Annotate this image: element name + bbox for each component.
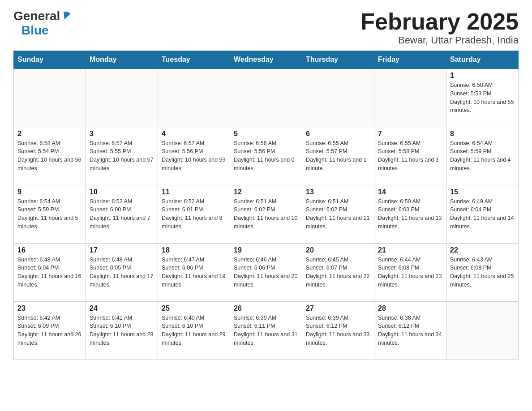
calendar-week-row: 23Sunrise: 6:42 AM Sunset: 6:09 PM Dayli… [14, 301, 519, 360]
day-of-week-header: Monday [86, 51, 158, 69]
day-sun-info: Sunrise: 6:54 AM Sunset: 5:59 PM Dayligh… [450, 139, 515, 173]
title-block: February 2025 Bewar, Uttar Pradesh, Indi… [360, 9, 519, 46]
day-sun-info: Sunrise: 6:39 AM Sunset: 6:11 PM Dayligh… [234, 314, 298, 347]
calendar-header-row: SundayMondayTuesdayWednesdayThursdayFrid… [14, 51, 519, 69]
calendar-day-cell [158, 68, 230, 127]
calendar-day-cell: 19Sunrise: 6:46 AM Sunset: 6:06 PM Dayli… [230, 243, 302, 301]
calendar-week-row: 9Sunrise: 6:54 AM Sunset: 5:59 PM Daylig… [14, 185, 519, 243]
day-of-week-header: Friday [374, 51, 446, 69]
calendar-day-cell: 23Sunrise: 6:42 AM Sunset: 6:09 PM Dayli… [14, 301, 86, 360]
calendar-day-cell: 17Sunrise: 6:48 AM Sunset: 6:05 PM Dayli… [86, 243, 158, 301]
calendar-week-row: 2Sunrise: 6:58 AM Sunset: 5:54 PM Daylig… [14, 127, 519, 185]
day-sun-info: Sunrise: 6:53 AM Sunset: 6:00 PM Dayligh… [90, 197, 154, 231]
day-of-week-header: Thursday [302, 51, 374, 69]
day-of-week-header: Sunday [14, 51, 86, 69]
day-number: 1 [450, 72, 515, 80]
day-sun-info: Sunrise: 6:55 AM Sunset: 5:57 PM Dayligh… [306, 139, 370, 173]
day-sun-info: Sunrise: 6:57 AM Sunset: 5:56 PM Dayligh… [162, 139, 226, 173]
calendar-day-cell: 16Sunrise: 6:48 AM Sunset: 6:04 PM Dayli… [14, 243, 86, 301]
day-number: 24 [90, 304, 154, 313]
calendar-day-cell: 22Sunrise: 6:43 AM Sunset: 6:08 PM Dayli… [446, 243, 519, 301]
day-sun-info: Sunrise: 6:58 AM Sunset: 5:54 PM Dayligh… [17, 139, 82, 173]
calendar-table: SundayMondayTuesdayWednesdayThursdayFrid… [13, 51, 519, 360]
day-number: 12 [234, 188, 298, 196]
logo-arrow-icon [62, 12, 70, 21]
day-number: 21 [378, 246, 442, 254]
calendar-week-row: 1Sunrise: 6:58 AM Sunset: 5:53 PM Daylig… [14, 68, 519, 127]
day-number: 23 [17, 304, 82, 313]
day-sun-info: Sunrise: 6:55 AM Sunset: 5:58 PM Dayligh… [378, 139, 442, 173]
calendar-day-cell [302, 68, 374, 127]
day-number: 15 [450, 188, 515, 196]
day-sun-info: Sunrise: 6:40 AM Sunset: 6:10 PM Dayligh… [162, 314, 226, 347]
day-number: 10 [90, 188, 154, 196]
day-sun-info: Sunrise: 6:38 AM Sunset: 6:12 PM Dayligh… [378, 314, 442, 347]
day-number: 20 [306, 246, 370, 254]
day-sun-info: Sunrise: 6:42 AM Sunset: 6:09 PM Dayligh… [17, 314, 82, 347]
logo: General Blue [13, 9, 70, 38]
day-of-week-header: Saturday [446, 51, 519, 69]
page-header: General Blue February 2025 Bewar, Uttar … [13, 9, 519, 46]
day-sun-info: Sunrise: 6:39 AM Sunset: 6:12 PM Dayligh… [306, 314, 370, 347]
svg-marker-0 [62, 12, 70, 20]
calendar-day-cell: 25Sunrise: 6:40 AM Sunset: 6:10 PM Dayli… [158, 301, 230, 360]
calendar-day-cell [374, 68, 446, 127]
calendar-day-cell: 13Sunrise: 6:51 AM Sunset: 6:02 PM Dayli… [302, 185, 374, 243]
day-sun-info: Sunrise: 6:56 AM Sunset: 5:56 PM Dayligh… [234, 139, 298, 173]
calendar-day-cell [446, 301, 519, 360]
day-number: 14 [378, 188, 442, 196]
day-sun-info: Sunrise: 6:57 AM Sunset: 5:55 PM Dayligh… [90, 139, 154, 173]
day-number: 28 [378, 304, 442, 313]
calendar-day-cell: 28Sunrise: 6:38 AM Sunset: 6:12 PM Dayli… [374, 301, 446, 360]
calendar-day-cell: 3Sunrise: 6:57 AM Sunset: 5:55 PM Daylig… [86, 127, 158, 185]
day-number: 8 [450, 130, 515, 138]
day-number: 19 [234, 246, 298, 254]
day-sun-info: Sunrise: 6:52 AM Sunset: 6:01 PM Dayligh… [162, 197, 226, 231]
day-number: 6 [306, 130, 370, 138]
day-number: 13 [306, 188, 370, 196]
calendar-day-cell [86, 68, 158, 127]
day-of-week-header: Wednesday [230, 51, 302, 69]
day-number: 16 [17, 246, 82, 254]
day-sun-info: Sunrise: 6:51 AM Sunset: 6:02 PM Dayligh… [306, 197, 370, 231]
day-sun-info: Sunrise: 6:47 AM Sunset: 6:06 PM Dayligh… [162, 256, 226, 289]
calendar-day-cell: 7Sunrise: 6:55 AM Sunset: 5:58 PM Daylig… [374, 127, 446, 185]
day-sun-info: Sunrise: 6:43 AM Sunset: 6:08 PM Dayligh… [450, 256, 515, 289]
calendar-day-cell: 10Sunrise: 6:53 AM Sunset: 6:00 PM Dayli… [86, 185, 158, 243]
day-sun-info: Sunrise: 6:50 AM Sunset: 6:03 PM Dayligh… [378, 197, 442, 231]
calendar-day-cell: 5Sunrise: 6:56 AM Sunset: 5:56 PM Daylig… [230, 127, 302, 185]
day-sun-info: Sunrise: 6:48 AM Sunset: 6:04 PM Dayligh… [17, 256, 82, 289]
day-sun-info: Sunrise: 6:54 AM Sunset: 5:59 PM Dayligh… [17, 197, 82, 231]
calendar-day-cell: 4Sunrise: 6:57 AM Sunset: 5:56 PM Daylig… [158, 127, 230, 185]
day-number: 27 [306, 304, 370, 313]
day-number: 7 [378, 130, 442, 138]
day-sun-info: Sunrise: 6:46 AM Sunset: 6:06 PM Dayligh… [234, 256, 298, 289]
calendar-day-cell: 24Sunrise: 6:41 AM Sunset: 6:10 PM Dayli… [86, 301, 158, 360]
calendar-week-row: 16Sunrise: 6:48 AM Sunset: 6:04 PM Dayli… [14, 243, 519, 301]
page-title: February 2025 [360, 9, 519, 34]
calendar-day-cell: 12Sunrise: 6:51 AM Sunset: 6:02 PM Dayli… [230, 185, 302, 243]
day-of-week-header: Tuesday [158, 51, 230, 69]
calendar-day-cell: 6Sunrise: 6:55 AM Sunset: 5:57 PM Daylig… [302, 127, 374, 185]
calendar-day-cell: 2Sunrise: 6:58 AM Sunset: 5:54 PM Daylig… [14, 127, 86, 185]
page-subtitle: Bewar, Uttar Pradesh, India [360, 34, 519, 46]
calendar-day-cell: 14Sunrise: 6:50 AM Sunset: 6:03 PM Dayli… [374, 185, 446, 243]
day-number: 9 [17, 188, 82, 196]
day-sun-info: Sunrise: 6:58 AM Sunset: 5:53 PM Dayligh… [450, 81, 515, 115]
calendar-day-cell: 1Sunrise: 6:58 AM Sunset: 5:53 PM Daylig… [446, 68, 519, 127]
calendar-day-cell: 21Sunrise: 6:44 AM Sunset: 6:08 PM Dayli… [374, 243, 446, 301]
day-sun-info: Sunrise: 6:51 AM Sunset: 6:02 PM Dayligh… [234, 197, 298, 231]
day-number: 3 [90, 130, 154, 138]
day-sun-info: Sunrise: 6:48 AM Sunset: 6:05 PM Dayligh… [90, 256, 154, 289]
day-number: 22 [450, 246, 515, 254]
calendar-day-cell [230, 68, 302, 127]
calendar-day-cell: 18Sunrise: 6:47 AM Sunset: 6:06 PM Dayli… [158, 243, 230, 301]
day-number: 25 [162, 304, 226, 313]
calendar-day-cell: 8Sunrise: 6:54 AM Sunset: 5:59 PM Daylig… [446, 127, 519, 185]
calendar-day-cell: 9Sunrise: 6:54 AM Sunset: 5:59 PM Daylig… [14, 185, 86, 243]
day-number: 5 [234, 130, 298, 138]
day-number: 17 [90, 246, 154, 254]
calendar-day-cell: 15Sunrise: 6:49 AM Sunset: 6:04 PM Dayli… [446, 185, 519, 243]
day-number: 18 [162, 246, 226, 254]
day-number: 26 [234, 304, 298, 313]
